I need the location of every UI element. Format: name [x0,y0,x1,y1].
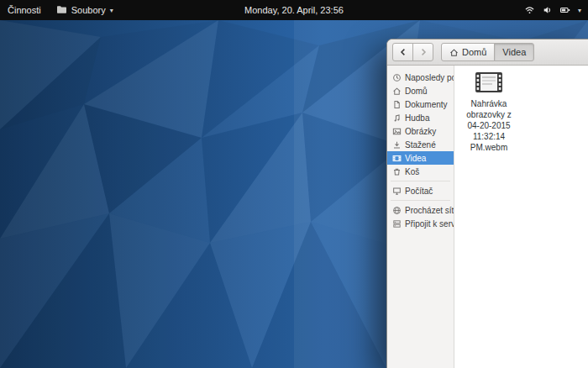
forward-arrow-icon [419,48,428,56]
window-body: Naposledy použité Domů Dokumenty Hudba [387,66,588,368]
volume-icon [542,5,553,15]
sidebar-item-downloads[interactable]: Stažené [387,138,454,151]
activities-label: Činnosti [8,5,41,15]
path-home-label: Domů [462,47,486,57]
path-bar: Domů Videa [441,43,534,61]
system-status-area[interactable]: ▾ [517,0,588,20]
back-arrow-icon [399,48,407,56]
sidebar-item-home[interactable]: Domů [387,84,454,97]
sidebar-item-recent[interactable]: Naposledy použité [387,71,454,84]
image-icon [392,127,402,136]
top-bar: Činnosti Soubory ▾ Monday, 20. April, 23… [0,0,588,20]
sidebar-item-label: Dokumenty [405,100,448,109]
sidebar-item-connect-to-server[interactable]: Připojit k serveru [387,217,454,230]
sidebar-item-label: Připojit k serveru [405,219,454,229]
file-view[interactable]: Nahrávka obrazovky z 04-20-2015 11:32:14… [454,66,588,368]
forward-button[interactable] [412,43,433,61]
sidebar-item-label: Obrázky [405,127,436,136]
sidebar-item-pictures[interactable]: Obrázky [387,124,454,138]
sidebar-separator [391,200,450,201]
sidebar-item-browse-network[interactable]: Procházet síť [387,203,454,217]
file-name: Nahrávka obrazovky z 04-20-2015 11:32:14… [463,98,515,153]
chevron-down-icon: ▾ [110,7,113,14]
path-button-videos[interactable]: Videa [494,43,534,61]
sidebar-item-trash[interactable]: Koš [387,165,454,178]
home-icon [392,87,402,96]
activities-button[interactable]: Činnosti [0,0,49,20]
download-icon [392,140,402,150]
sidebar-item-label: Stažené [405,140,436,150]
sidebar-item-music[interactable]: Hudba [387,111,454,124]
network-icon [392,206,402,215]
back-button[interactable] [392,43,413,61]
video-icon [392,154,402,163]
sidebar-item-label: Videa [405,154,426,163]
files-app-icon [56,5,67,16]
path-button-home[interactable]: Domů [441,43,495,61]
trash-icon [392,167,402,176]
wifi-icon [524,5,535,15]
home-icon [449,48,459,57]
window-toolbar: Domů Videa [387,39,588,66]
battery-icon [559,5,571,15]
sidebar-item-label: Naposledy použité [405,73,454,82]
music-icon [392,113,402,123]
sidebar-item-label: Hudba [405,113,429,123]
file-item[interactable]: Nahrávka obrazovky z 04-20-2015 11:32:14… [463,72,515,153]
clock-icon [392,73,402,82]
video-thumbnail-icon [475,72,502,96]
files-window: Domů Videa Naposledy použité Domů [386,39,588,368]
path-current-label: Videa [502,47,526,57]
sidebar-item-label: Procházet síť [405,206,454,215]
document-icon [392,100,402,109]
computer-icon [392,187,402,196]
sidebar-item-videos[interactable]: Videa [387,151,454,165]
app-menu-button[interactable]: Soubory ▾ [49,0,121,20]
nav-buttons [392,43,433,61]
sidebar-item-documents[interactable]: Dokumenty [387,97,454,111]
places-sidebar: Naposledy použité Domů Dokumenty Hudba [387,66,454,368]
sidebar-item-label: Domů [405,87,428,96]
sidebar-separator [391,181,450,181]
sidebar-item-computer[interactable]: Počítač [387,184,454,197]
sidebar-item-label: Počítač [405,187,433,196]
chevron-down-icon: ▾ [578,7,581,14]
app-menu-label: Soubory [71,5,106,15]
server-icon [392,219,402,229]
sidebar-item-label: Koš [405,167,419,176]
